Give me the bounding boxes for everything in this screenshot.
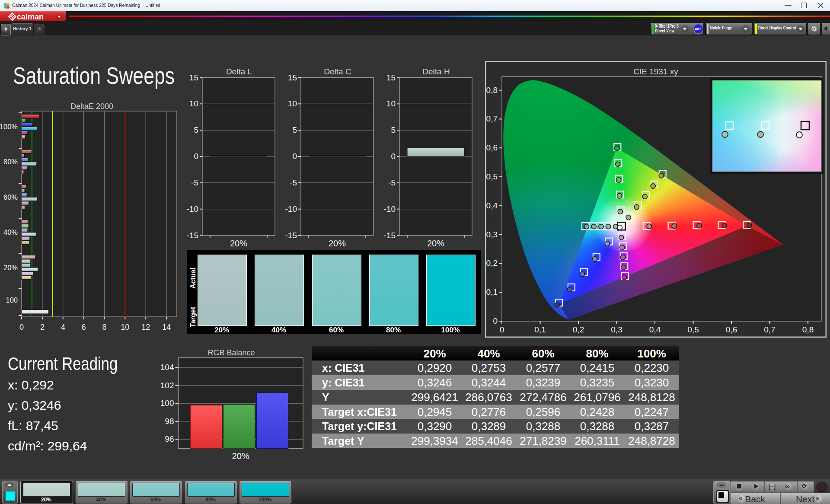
svg-text:5: 5 <box>292 125 297 134</box>
svg-text:20%: 20% <box>232 451 249 461</box>
svg-text:15: 15 <box>386 73 396 82</box>
svg-text:-15: -15 <box>384 231 396 240</box>
svg-text:10: 10 <box>121 323 129 332</box>
svg-text:14: 14 <box>162 323 171 332</box>
svg-text:0: 0 <box>391 152 396 161</box>
svg-text:-5: -5 <box>290 178 297 187</box>
svg-text:20%: 20% <box>427 239 444 248</box>
svg-text:Delta C: Delta C <box>324 67 351 76</box>
svg-text:10: 10 <box>189 99 198 108</box>
svg-text:2: 2 <box>40 323 45 332</box>
svg-text:20%: 20% <box>329 239 346 248</box>
svg-text:100: 100 <box>160 399 174 408</box>
svg-text:104: 104 <box>160 363 174 372</box>
svg-text:10: 10 <box>288 99 297 108</box>
svg-text:Delta L: Delta L <box>226 67 252 76</box>
svg-text:6: 6 <box>82 323 86 332</box>
svg-text:12: 12 <box>141 323 150 332</box>
svg-text:Delta H: Delta H <box>422 67 450 76</box>
svg-text:20%: 20% <box>3 264 18 271</box>
svg-text:40%: 40% <box>3 228 18 236</box>
svg-text:102: 102 <box>160 381 174 390</box>
svg-text:-5: -5 <box>191 178 198 187</box>
svg-text:10: 10 <box>386 99 396 108</box>
svg-text:4: 4 <box>61 323 65 332</box>
svg-text:100%: 100% <box>0 123 18 131</box>
svg-text:-10: -10 <box>187 204 198 214</box>
svg-text:20%: 20% <box>230 239 247 248</box>
svg-text:-10: -10 <box>384 204 396 214</box>
svg-text:-15: -15 <box>187 231 198 240</box>
svg-text:5: 5 <box>391 125 396 134</box>
svg-text:98: 98 <box>165 417 174 426</box>
svg-text:15: 15 <box>288 73 297 82</box>
svg-text:80%: 80% <box>3 158 18 166</box>
svg-text:8: 8 <box>102 323 106 332</box>
svg-text:15: 15 <box>189 73 198 82</box>
svg-text:-15: -15 <box>285 231 297 240</box>
svg-text:100: 100 <box>6 296 18 304</box>
svg-text:0: 0 <box>19 323 24 332</box>
svg-text:60%: 60% <box>3 193 18 201</box>
svg-text:0: 0 <box>194 152 198 161</box>
svg-text:-5: -5 <box>388 178 396 187</box>
svg-text:-10: -10 <box>285 204 297 214</box>
svg-text:0: 0 <box>292 152 297 161</box>
svg-text:96: 96 <box>165 434 174 443</box>
svg-text:5: 5 <box>194 125 198 134</box>
